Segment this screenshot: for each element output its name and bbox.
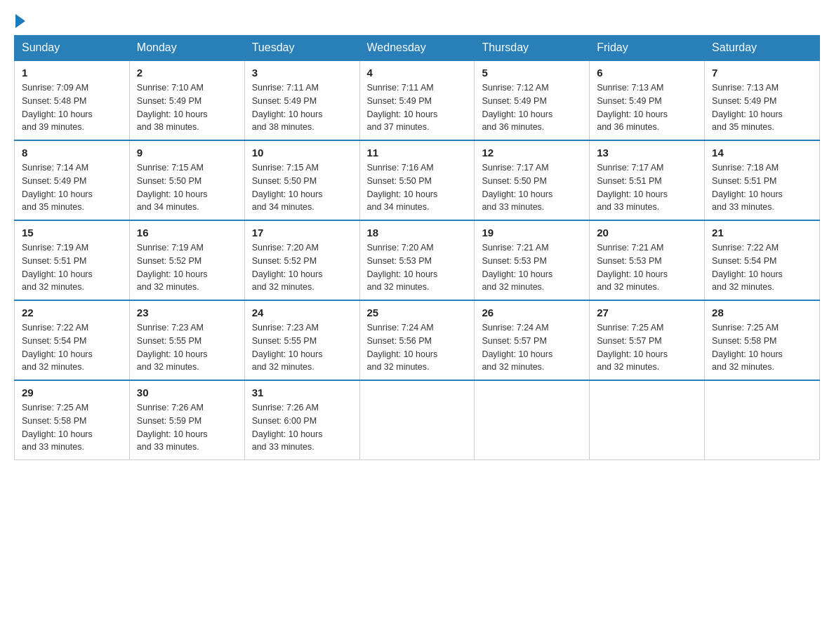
day-cell-11: 11Sunrise: 7:16 AMSunset: 5:50 PMDayligh…: [359, 140, 475, 220]
day-cell-3: 3Sunrise: 7:11 AMSunset: 5:49 PMDaylight…: [244, 60, 359, 140]
day-info: Sunrise: 7:16 AMSunset: 5:50 PMDaylight:…: [367, 161, 468, 214]
day-info: Sunrise: 7:23 AMSunset: 5:55 PMDaylight:…: [137, 321, 237, 374]
logo: [14, 14, 27, 28]
day-number: 14: [712, 147, 812, 159]
day-info: Sunrise: 7:10 AMSunset: 5:49 PMDaylight:…: [137, 81, 237, 134]
day-info: Sunrise: 7:17 AMSunset: 5:51 PMDaylight:…: [597, 161, 697, 214]
day-number: 13: [597, 147, 697, 159]
day-number: 27: [597, 307, 697, 318]
week-row-5: 29Sunrise: 7:25 AMSunset: 5:58 PMDayligh…: [15, 380, 820, 460]
header-day-wednesday: Wednesday: [359, 36, 475, 61]
day-cell-29: 29Sunrise: 7:25 AMSunset: 5:58 PMDayligh…: [15, 380, 130, 460]
day-number: 5: [482, 67, 582, 79]
week-row-2: 8Sunrise: 7:14 AMSunset: 5:49 PMDaylight…: [15, 140, 820, 220]
day-number: 15: [22, 227, 122, 239]
day-cell-6: 6Sunrise: 7:13 AMSunset: 5:49 PMDaylight…: [590, 60, 705, 140]
day-number: 29: [22, 387, 122, 398]
day-info: Sunrise: 7:25 AMSunset: 5:58 PMDaylight:…: [22, 401, 122, 454]
day-number: 11: [367, 147, 468, 159]
day-number: 16: [137, 227, 237, 239]
page-header: [14, 14, 820, 28]
day-number: 20: [597, 227, 697, 239]
day-cell-9: 9Sunrise: 7:15 AMSunset: 5:50 PMDaylight…: [129, 140, 244, 220]
day-cell-21: 21Sunrise: 7:22 AMSunset: 5:54 PMDayligh…: [705, 220, 820, 300]
day-cell-4: 4Sunrise: 7:11 AMSunset: 5:49 PMDaylight…: [359, 60, 475, 140]
header-day-friday: Friday: [590, 36, 705, 61]
day-info: Sunrise: 7:21 AMSunset: 5:53 PMDaylight:…: [482, 241, 582, 294]
calendar-header: SundayMondayTuesdayWednesdayThursdayFrid…: [15, 36, 820, 61]
day-number: 7: [712, 67, 812, 79]
header-row: SundayMondayTuesdayWednesdayThursdayFrid…: [15, 36, 820, 61]
day-info: Sunrise: 7:25 AMSunset: 5:58 PMDaylight:…: [712, 321, 812, 374]
header-day-saturday: Saturday: [705, 36, 820, 61]
day-info: Sunrise: 7:24 AMSunset: 5:56 PMDaylight:…: [367, 321, 468, 374]
day-number: 31: [252, 387, 352, 398]
day-info: Sunrise: 7:13 AMSunset: 5:49 PMDaylight:…: [712, 81, 812, 134]
empty-cell: [475, 380, 590, 460]
day-cell-31: 31Sunrise: 7:26 AMSunset: 6:00 PMDayligh…: [244, 380, 359, 460]
day-cell-28: 28Sunrise: 7:25 AMSunset: 5:58 PMDayligh…: [705, 300, 820, 380]
day-info: Sunrise: 7:09 AMSunset: 5:48 PMDaylight:…: [22, 81, 122, 134]
day-number: 21: [712, 227, 812, 239]
day-number: 10: [252, 147, 352, 159]
day-info: Sunrise: 7:11 AMSunset: 5:49 PMDaylight:…: [252, 81, 352, 134]
day-number: 24: [252, 307, 352, 318]
day-number: 28: [712, 307, 812, 318]
day-number: 17: [252, 227, 352, 239]
day-cell-12: 12Sunrise: 7:17 AMSunset: 5:50 PMDayligh…: [475, 140, 590, 220]
day-number: 9: [137, 147, 237, 159]
day-cell-14: 14Sunrise: 7:18 AMSunset: 5:51 PMDayligh…: [705, 140, 820, 220]
week-row-3: 15Sunrise: 7:19 AMSunset: 5:51 PMDayligh…: [15, 220, 820, 300]
day-cell-2: 2Sunrise: 7:10 AMSunset: 5:49 PMDaylight…: [129, 60, 244, 140]
day-cell-22: 22Sunrise: 7:22 AMSunset: 5:54 PMDayligh…: [15, 300, 130, 380]
logo-arrow-icon: [15, 14, 25, 28]
day-cell-13: 13Sunrise: 7:17 AMSunset: 5:51 PMDayligh…: [590, 140, 705, 220]
day-number: 25: [367, 307, 468, 318]
day-cell-15: 15Sunrise: 7:19 AMSunset: 5:51 PMDayligh…: [15, 220, 130, 300]
day-cell-17: 17Sunrise: 7:20 AMSunset: 5:52 PMDayligh…: [244, 220, 359, 300]
day-info: Sunrise: 7:26 AMSunset: 5:59 PMDaylight:…: [137, 401, 237, 454]
day-info: Sunrise: 7:17 AMSunset: 5:50 PMDaylight:…: [482, 161, 582, 214]
day-info: Sunrise: 7:15 AMSunset: 5:50 PMDaylight:…: [252, 161, 352, 214]
day-cell-25: 25Sunrise: 7:24 AMSunset: 5:56 PMDayligh…: [359, 300, 475, 380]
day-cell-18: 18Sunrise: 7:20 AMSunset: 5:53 PMDayligh…: [359, 220, 475, 300]
day-cell-23: 23Sunrise: 7:23 AMSunset: 5:55 PMDayligh…: [129, 300, 244, 380]
day-info: Sunrise: 7:20 AMSunset: 5:53 PMDaylight:…: [367, 241, 468, 294]
week-row-1: 1Sunrise: 7:09 AMSunset: 5:48 PMDaylight…: [15, 60, 820, 140]
day-cell-20: 20Sunrise: 7:21 AMSunset: 5:53 PMDayligh…: [590, 220, 705, 300]
day-info: Sunrise: 7:18 AMSunset: 5:51 PMDaylight:…: [712, 161, 812, 214]
day-info: Sunrise: 7:23 AMSunset: 5:55 PMDaylight:…: [252, 321, 352, 374]
day-cell-16: 16Sunrise: 7:19 AMSunset: 5:52 PMDayligh…: [129, 220, 244, 300]
day-cell-1: 1Sunrise: 7:09 AMSunset: 5:48 PMDaylight…: [15, 60, 130, 140]
day-cell-8: 8Sunrise: 7:14 AMSunset: 5:49 PMDaylight…: [15, 140, 130, 220]
day-info: Sunrise: 7:12 AMSunset: 5:49 PMDaylight:…: [482, 81, 582, 134]
day-number: 23: [137, 307, 237, 318]
day-info: Sunrise: 7:22 AMSunset: 5:54 PMDaylight:…: [712, 241, 812, 294]
header-day-thursday: Thursday: [475, 36, 590, 61]
header-day-sunday: Sunday: [15, 36, 130, 61]
day-number: 8: [22, 147, 122, 159]
day-number: 6: [597, 67, 697, 79]
day-cell-5: 5Sunrise: 7:12 AMSunset: 5:49 PMDaylight…: [475, 60, 590, 140]
day-info: Sunrise: 7:24 AMSunset: 5:57 PMDaylight:…: [482, 321, 582, 374]
day-number: 1: [22, 67, 122, 79]
day-number: 2: [137, 67, 237, 79]
empty-cell: [590, 380, 705, 460]
day-info: Sunrise: 7:14 AMSunset: 5:49 PMDaylight:…: [22, 161, 122, 214]
day-number: 3: [252, 67, 352, 79]
day-info: Sunrise: 7:11 AMSunset: 5:49 PMDaylight:…: [367, 81, 468, 134]
day-cell-10: 10Sunrise: 7:15 AMSunset: 5:50 PMDayligh…: [244, 140, 359, 220]
day-number: 22: [22, 307, 122, 318]
empty-cell: [705, 380, 820, 460]
day-number: 30: [137, 387, 237, 398]
day-info: Sunrise: 7:19 AMSunset: 5:51 PMDaylight:…: [22, 241, 122, 294]
day-cell-27: 27Sunrise: 7:25 AMSunset: 5:57 PMDayligh…: [590, 300, 705, 380]
day-cell-19: 19Sunrise: 7:21 AMSunset: 5:53 PMDayligh…: [475, 220, 590, 300]
day-cell-7: 7Sunrise: 7:13 AMSunset: 5:49 PMDaylight…: [705, 60, 820, 140]
day-number: 18: [367, 227, 468, 239]
day-info: Sunrise: 7:15 AMSunset: 5:50 PMDaylight:…: [137, 161, 237, 214]
week-row-4: 22Sunrise: 7:22 AMSunset: 5:54 PMDayligh…: [15, 300, 820, 380]
day-cell-24: 24Sunrise: 7:23 AMSunset: 5:55 PMDayligh…: [244, 300, 359, 380]
day-info: Sunrise: 7:20 AMSunset: 5:52 PMDaylight:…: [252, 241, 352, 294]
header-day-monday: Monday: [129, 36, 244, 61]
